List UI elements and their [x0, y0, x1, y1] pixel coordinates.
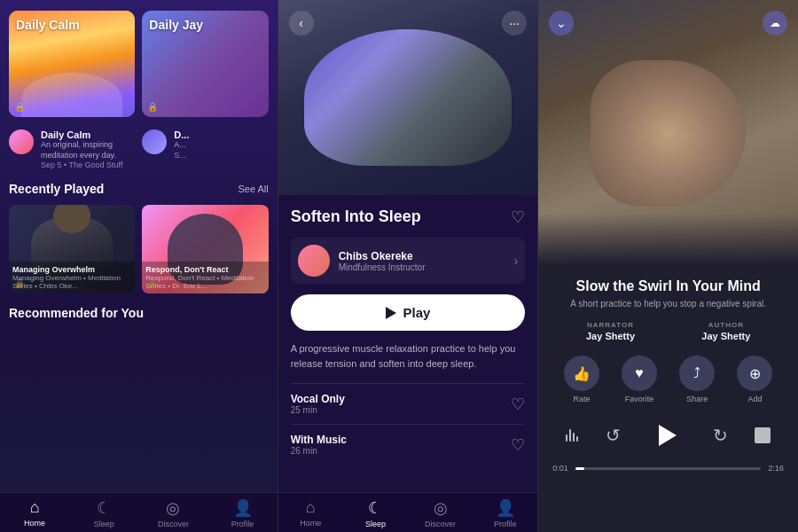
sleep-detail-panel: ‹ ··· Soften Into Sleep ♡ Chibs Okereke … — [278, 0, 538, 532]
chevron-right-icon: › — [514, 254, 519, 268]
add-label: Add — [747, 395, 762, 403]
player-panel: ⌄ ☁ Slow the Swirl In Your Mind A short … — [538, 0, 798, 532]
sleeping-person-visual — [278, 0, 538, 195]
session-description: A progressive muscle relaxation practice… — [291, 341, 526, 371]
card-info-row: Daily Calm An original, inspiring medita… — [9, 129, 269, 169]
favorite-button[interactable]: ♥ Favorite — [622, 356, 657, 403]
sleep-icon-2: ☾ — [368, 498, 382, 518]
nav2-home-label: Home — [300, 519, 321, 528]
card-meta-date-2: S... — [174, 151, 268, 160]
track-music[interactable]: With Music 26 min ♡ — [291, 424, 526, 465]
track-music-favorite-icon[interactable]: ♡ — [511, 435, 525, 455]
card-meta-title: Daily Calm — [41, 129, 135, 140]
add-button[interactable]: ⊕ Add — [737, 356, 772, 403]
daily-calm-avatar — [9, 129, 34, 154]
recent-card-respond[interactable]: 🔒 Respond, Don't React Respond, Don't Re… — [142, 205, 268, 293]
favorite-icon[interactable]: ♡ — [511, 207, 525, 227]
discover-icon-2: ◎ — [434, 498, 448, 518]
eq-button[interactable] — [566, 429, 578, 442]
recently-played-title: Recently Played — [9, 182, 104, 196]
instructor-row[interactable]: Chibs Okereke Mindfulness Instructor › — [291, 238, 526, 284]
track-music-name: With Music — [291, 434, 347, 446]
skip-back-button[interactable]: ↺ — [606, 425, 621, 446]
player-hero: ⌄ ☁ — [538, 0, 798, 266]
recommended-title: Recommended for You — [9, 306, 269, 320]
nav-profile[interactable]: 👤 Profile — [208, 498, 278, 528]
play-icon — [659, 425, 677, 446]
skip-forward-button[interactable]: ↻ — [713, 425, 728, 446]
player-subtitle: A short practice to help you stop a nega… — [552, 298, 784, 310]
sleep-hero: ‹ ··· — [278, 0, 538, 195]
progress-bar[interactable] — [575, 467, 762, 470]
daily-jay-avatar-sm — [142, 129, 167, 154]
nav2-sleep-label: Sleep — [365, 520, 386, 528]
cloud-icon[interactable]: ☁ — [763, 11, 787, 35]
card-meta-desc-2: A... — [174, 140, 268, 151]
nav-home-label: Home — [24, 519, 45, 528]
discover-icon: ◎ — [166, 498, 180, 518]
recent-card-title-2: Respond, Don't React — [145, 265, 264, 275]
recent-card-label-1: Managing Overwhelm Managing Overwhelm • … — [9, 262, 135, 294]
featured-card-daily-jay[interactable]: Daily Jay 🔒 — [142, 11, 268, 117]
home-icon: ⌂ — [30, 498, 40, 517]
track-music-info: With Music 26 min — [291, 434, 347, 456]
nav2-profile[interactable]: 👤 Profile — [473, 498, 537, 528]
recent-card-meta-1: Managing Overwhelm • Meditation Series •… — [12, 274, 131, 290]
featured-card-daily-calm[interactable]: Daily Calm 🔒 — [9, 11, 135, 117]
share-button[interactable]: ⤴ Share — [679, 356, 715, 403]
recent-cards: 🔒 Managing Overwhelm Managing Overwhelm … — [9, 205, 269, 293]
eq-icon — [566, 429, 578, 442]
nav-discover[interactable]: ◎ Discover — [138, 498, 207, 528]
track-vocal-favorite-icon[interactable]: ♡ — [511, 395, 525, 414]
card-meta-date: Sep 5 • The Good Stuff — [41, 160, 135, 169]
nav-discover-label: Discover — [158, 520, 189, 528]
favorite-label: Favorite — [625, 395, 654, 403]
nav2-home[interactable]: ⌂ Home — [278, 498, 343, 528]
recent-card-managing[interactable]: 🔒 Managing Overwhelm Managing Overwhelm … — [9, 205, 135, 293]
see-all-link[interactable]: See All — [238, 184, 268, 194]
nav2-sleep[interactable]: ☾ Sleep — [343, 498, 408, 528]
nav2-profile-label: Profile — [494, 520, 517, 528]
lock-icon-1: 🔒 — [14, 102, 25, 112]
favorite-icon-3: ♥ — [622, 356, 657, 391]
track-music-duration: 26 min — [291, 446, 347, 456]
recent-card-title-1: Managing Overwhelm — [12, 265, 131, 275]
track-vocal-duration: 25 min — [291, 405, 345, 415]
nav-sleep[interactable]: ☾ Sleep — [69, 498, 138, 528]
action-icons-row: 👍 Rate ♥ Favorite ⤴ Share ⊕ Add — [552, 356, 784, 403]
hero-gradient-overlay — [538, 213, 798, 266]
profile-icon-2: 👤 — [496, 498, 515, 518]
featured-cards: Daily Calm 🔒 Daily Jay 🔒 — [9, 11, 269, 117]
instructor-name: Chibs Okereke — [339, 250, 505, 262]
progress-fill — [575, 467, 584, 470]
total-time: 2:16 — [768, 464, 784, 473]
daily-calm-label: Daily Calm — [16, 18, 80, 33]
rate-button[interactable]: 👍 Rate — [564, 356, 599, 403]
rate-label: Rate — [573, 395, 590, 403]
nav2-discover-label: Discover — [425, 520, 456, 528]
nav-sleep-label: Sleep — [94, 520, 114, 528]
card-meta-title-2: D... — [174, 129, 268, 140]
player-title: Slow the Swirl In Your Mind — [552, 278, 784, 294]
daily-jay-label: Daily Jay — [149, 18, 203, 33]
play-button[interactable]: Play — [291, 294, 526, 331]
bottom-nav-1: ⌂ Home ☾ Sleep ◎ Discover 👤 Profile — [0, 492, 278, 532]
hands-visual — [591, 60, 747, 207]
recently-played-header: Recently Played See All — [9, 182, 269, 196]
narrator-value: Jay Shetty — [586, 331, 635, 341]
author-value: Jay Shetty — [701, 331, 750, 341]
share-label: Share — [686, 395, 708, 403]
home-icon-2: ⌂ — [306, 498, 316, 517]
play-pause-button[interactable] — [647, 416, 686, 455]
current-time: 0:01 — [552, 464, 568, 473]
card-meta: Daily Calm An original, inspiring medita… — [41, 129, 135, 169]
nav2-discover[interactable]: ◎ Discover — [408, 498, 473, 528]
author-label: AUTHOR — [701, 321, 750, 329]
track-vocal[interactable]: Vocal Only 25 min ♡ — [291, 383, 526, 424]
player-content: Slow the Swirl In Your Mind A short prac… — [538, 266, 798, 532]
recent-card-label-2: Respond, Don't React Respond, Don't Reac… — [142, 262, 268, 294]
stop-button[interactable] — [755, 427, 771, 443]
back-button[interactable]: ‹ — [289, 11, 314, 35]
instructor-avatar — [298, 245, 330, 277]
nav-home[interactable]: ⌂ Home — [0, 498, 69, 528]
